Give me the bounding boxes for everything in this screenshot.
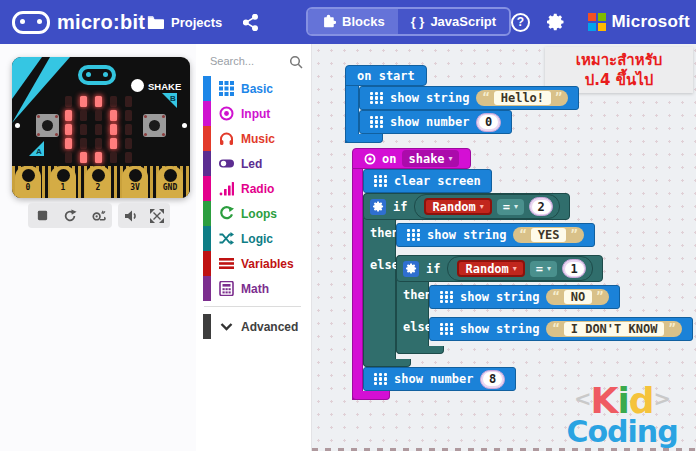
category-variables[interactable]: Variables bbox=[196, 251, 311, 276]
stop-icon bbox=[36, 209, 49, 222]
help-button[interactable]: ? bbox=[511, 0, 530, 44]
edge-connector: 0 1 2 3V GND bbox=[12, 166, 190, 198]
microsoft-squares-icon bbox=[588, 13, 606, 31]
number-field[interactable]: 8 bbox=[480, 370, 504, 389]
search-icon bbox=[289, 55, 303, 69]
pin-label: 1 bbox=[61, 183, 66, 192]
workspace[interactable]: เหมาะสำหรับ ป.4 ขึ้นไป on start show str… bbox=[312, 44, 696, 451]
category-color-bar bbox=[203, 226, 211, 251]
editor-toggle: Blocks { } JavaScript bbox=[306, 7, 511, 36]
string-field[interactable]: “YES” bbox=[513, 227, 583, 243]
category-input[interactable]: Input bbox=[196, 101, 311, 126]
search-input[interactable] bbox=[208, 54, 290, 68]
button-a-label: A bbox=[36, 147, 42, 156]
pin-2[interactable]: 2 bbox=[85, 166, 111, 198]
volume-button[interactable] bbox=[120, 205, 142, 227]
show-string-block[interactable]: show string “I DON'T KNOW” bbox=[429, 317, 693, 341]
block-settings-button[interactable] bbox=[370, 199, 386, 215]
pin-gnd[interactable]: GND bbox=[157, 166, 183, 198]
block-foot bbox=[352, 391, 390, 400]
toolbox: Basic Input Music Led Radio bbox=[196, 44, 312, 451]
category-music[interactable]: Music bbox=[196, 126, 311, 151]
number-field[interactable]: 2 bbox=[529, 197, 553, 216]
block-foot bbox=[396, 346, 444, 354]
share-button[interactable] bbox=[243, 0, 258, 44]
comparison-block[interactable]: Random▾ =▾ 1 bbox=[447, 256, 593, 281]
fullscreen-button[interactable] bbox=[146, 205, 168, 227]
microbit-logo[interactable]: micro:bit bbox=[12, 0, 145, 44]
number-value: 0 bbox=[479, 115, 498, 129]
nested-if-block[interactable]: if Random▾ =▾ 1 then bbox=[396, 255, 693, 354]
block-foot bbox=[345, 134, 383, 143]
toggle-icon bbox=[219, 156, 234, 171]
category-loops[interactable]: Loops bbox=[196, 201, 311, 226]
category-radio[interactable]: Radio bbox=[196, 176, 311, 201]
settings-button[interactable] bbox=[547, 0, 565, 44]
left-bracket: < bbox=[574, 387, 591, 411]
block-settings-button[interactable] bbox=[403, 261, 419, 277]
category-advanced[interactable]: Advanced bbox=[196, 314, 311, 339]
category-list: Basic Input Music Led Radio bbox=[196, 76, 311, 301]
clear-screen-block[interactable]: clear screen bbox=[363, 169, 492, 193]
restart-button[interactable] bbox=[59, 205, 81, 227]
number-field[interactable]: 1 bbox=[562, 259, 586, 278]
variable-dropdown[interactable]: Random▾ bbox=[457, 260, 524, 277]
show-string-block[interactable]: show string “YES” bbox=[396, 223, 595, 247]
led-matrix bbox=[65, 96, 132, 164]
button-b[interactable] bbox=[143, 114, 166, 137]
category-led[interactable]: Led bbox=[196, 151, 311, 176]
gear-icon bbox=[406, 263, 417, 274]
comparison-block[interactable]: Random▾ =▾ 2 bbox=[414, 194, 560, 219]
operator-value: = bbox=[503, 200, 510, 214]
tab-javascript[interactable]: { } JavaScript bbox=[398, 9, 510, 34]
shake-label: SHAKE bbox=[148, 81, 181, 92]
category-color-bar bbox=[203, 276, 211, 301]
category-math[interactable]: Math bbox=[196, 276, 311, 301]
operator-dropdown[interactable]: =▾ bbox=[530, 261, 557, 277]
event-dropdown[interactable]: shake▾ bbox=[402, 150, 458, 167]
category-color-bar bbox=[203, 126, 211, 151]
stop-button[interactable] bbox=[31, 205, 53, 227]
close-quote: ” bbox=[596, 290, 603, 304]
string-field[interactable]: “Hello!” bbox=[476, 90, 568, 106]
restart-icon bbox=[63, 209, 77, 223]
category-color-bar bbox=[203, 151, 211, 176]
header-bar: micro:bit Projects Blocks { } JavaScript… bbox=[0, 0, 696, 44]
string-value: NO bbox=[564, 290, 592, 304]
projects-button[interactable]: Projects bbox=[147, 0, 222, 44]
sim-controls-left bbox=[28, 203, 112, 228]
show-number-block[interactable]: show number 0 bbox=[359, 110, 512, 134]
string-field[interactable]: “NO” bbox=[546, 289, 609, 305]
button-a[interactable] bbox=[36, 114, 59, 137]
category-label: Led bbox=[241, 157, 262, 171]
tab-blocks[interactable]: Blocks bbox=[308, 9, 398, 34]
number-value: 8 bbox=[483, 372, 502, 386]
category-label: Music bbox=[241, 132, 275, 146]
category-logic[interactable]: Logic bbox=[196, 226, 311, 251]
pin-1[interactable]: 1 bbox=[50, 166, 76, 198]
pin-3v[interactable]: 3V bbox=[122, 166, 148, 198]
category-label: Logic bbox=[241, 232, 273, 246]
if-else-block[interactable]: if Random▾ =▾ 2 then show string bbox=[363, 193, 693, 367]
slow-motion-button[interactable] bbox=[87, 205, 109, 227]
variable-name: Random bbox=[432, 200, 475, 214]
category-basic[interactable]: Basic bbox=[196, 76, 311, 101]
string-field[interactable]: “I DON'T KNOW” bbox=[546, 321, 681, 337]
signal-bars-icon bbox=[219, 181, 234, 196]
headphones-icon bbox=[219, 131, 234, 146]
category-label: Basic bbox=[241, 82, 273, 96]
clear-screen-label: clear screen bbox=[394, 174, 481, 188]
sim-controls-right bbox=[118, 203, 170, 228]
operator-dropdown[interactable]: =▾ bbox=[497, 199, 524, 215]
variable-dropdown[interactable]: Random▾ bbox=[424, 198, 491, 215]
on-start-block[interactable]: on start show string “Hello!” show numbe… bbox=[345, 65, 579, 143]
show-number-block[interactable]: show number 8 bbox=[363, 367, 516, 391]
category-color-bar bbox=[203, 176, 211, 201]
on-shake-block[interactable]: on shake▾ clear screen if Random▾ =▾ 2 bbox=[352, 148, 693, 400]
number-field[interactable]: 0 bbox=[476, 113, 500, 132]
slow-motion-icon bbox=[91, 209, 106, 222]
show-string-block[interactable]: show string “Hello!” bbox=[359, 86, 579, 110]
pin-0[interactable]: 0 bbox=[15, 166, 41, 198]
show-string-block[interactable]: show string “NO” bbox=[429, 285, 620, 309]
shake-button[interactable] bbox=[131, 79, 144, 92]
